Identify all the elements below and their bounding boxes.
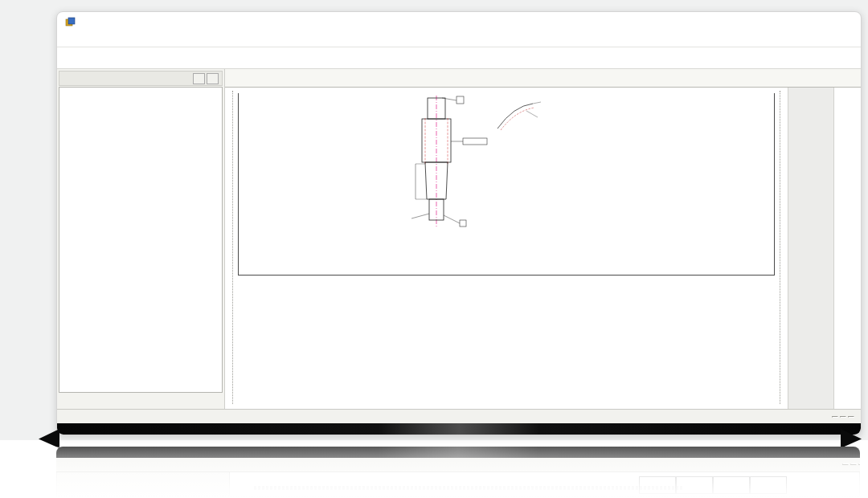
- title-bar: [57, 12, 861, 31]
- document-pane: [225, 69, 861, 409]
- signature-table: [571, 238, 724, 275]
- vertical-scrollbar[interactable]: [788, 88, 834, 409]
- chamfer-detail-drawing: [491, 98, 571, 132]
- card-manager-panel: [57, 69, 225, 409]
- process-notes: [239, 93, 383, 97]
- page-margin-line: [780, 91, 780, 404]
- panel-close-icon[interactable]: [207, 73, 219, 84]
- scroll-lock-indicator: [848, 416, 854, 418]
- caps-lock-indicator: [832, 416, 838, 418]
- page-margin-line: [232, 91, 233, 404]
- process-card-page: [238, 93, 775, 276]
- gear-parameter-column: [491, 93, 571, 137]
- panel-tabs: [57, 393, 224, 409]
- remark-block: [239, 238, 571, 275]
- app-icon: [65, 17, 76, 27]
- card-tree: [59, 87, 223, 393]
- window-reflection: [56, 447, 860, 498]
- num-lock-indicator: [840, 416, 846, 418]
- app-window: [56, 11, 862, 435]
- bottom-band: [57, 423, 861, 435]
- toolbar: [57, 47, 861, 69]
- panel-pin-icon[interactable]: [193, 73, 205, 84]
- document-area: [225, 88, 861, 409]
- card-bottom-zone: [238, 238, 775, 276]
- menu-bar: [57, 31, 861, 47]
- card-middle-zone: [238, 93, 775, 238]
- document-tabs: [225, 69, 861, 88]
- content: [57, 69, 861, 409]
- shaft-drawing: [383, 93, 491, 238]
- status-bar: [57, 409, 861, 423]
- panel-header: [59, 71, 223, 86]
